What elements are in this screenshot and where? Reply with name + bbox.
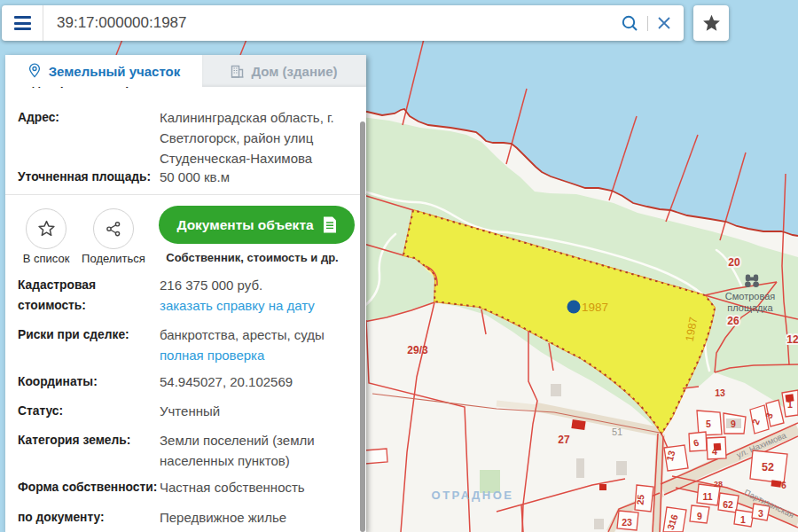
map-label: 9 [697, 511, 702, 521]
star-icon [702, 14, 721, 32]
ownership-row: Форма собственности: Частная собственнос… [5, 477, 366, 497]
panel-scrollbar[interactable] [360, 121, 365, 532]
area-value: 50 000 кв.м [160, 167, 354, 187]
map-label: 4 [712, 446, 717, 457]
map-label: 1 [787, 399, 793, 410]
share-icon [106, 221, 121, 237]
search-icon[interactable] [622, 15, 638, 32]
map-label: площадка [727, 302, 773, 313]
map-label: 1 [740, 514, 746, 525]
map-label: 62 [723, 499, 733, 510]
add-to-list-button[interactable]: В список [12, 208, 80, 265]
map-label: 3 [758, 508, 763, 519]
cost-link[interactable]: заказать справку на дату [160, 295, 315, 316]
cost-row: Кадастровая стоимость: 216 375 000 руб. … [5, 275, 366, 316]
area-label: Уточненная площадь: [18, 167, 160, 187]
map-label: 23 [622, 517, 632, 528]
tab-house-label: Дом (здание) [251, 64, 337, 79]
by-document-value: Передвижное жилье [160, 507, 354, 528]
map-label: 6 [781, 480, 786, 490]
location-pin-icon [27, 63, 42, 79]
map-label: 1987 [582, 301, 608, 314]
clear-search-icon[interactable] [657, 16, 671, 30]
cost-value: 216 375 000 руб. [160, 275, 354, 295]
map-label: Смотровая [725, 291, 775, 301]
risks-row: Риски при сделке: банкротства, аресты, с… [5, 325, 366, 365]
share-button[interactable]: Поделиться [80, 208, 147, 265]
hamburger-icon [14, 16, 31, 30]
map-label: 11 [702, 491, 712, 502]
search-separator [647, 16, 648, 31]
add-to-list-label: В список [12, 252, 80, 265]
search-bar [2, 5, 684, 41]
documents-col: Документы объекта Собственник, стоимость… [147, 206, 357, 265]
address-label: Адрес: [18, 107, 160, 168]
favorites-button[interactable] [693, 5, 729, 41]
map-label: 26 [727, 315, 739, 327]
documents-caption: Собственник, стоимость и др. [147, 251, 357, 264]
parcel-info-panel: Земельный участок Дом (здание) Кадастров… [5, 55, 366, 532]
cost-label: Кадастровая стоимость: [18, 275, 160, 316]
map-label: 52 [762, 461, 774, 473]
coords-row: Координаты: 54.945027, 20.102569 [5, 372, 366, 392]
map-label: 25 [635, 494, 646, 505]
risks-label: Риски при сделке: [18, 325, 160, 365]
documents-button-label: Документы объекта [176, 217, 313, 233]
coords-label: Координаты: [18, 372, 160, 392]
address-row: Адрес: Калининградская область, г. Светл… [5, 107, 366, 168]
risks-link[interactable]: полная проверка [160, 345, 264, 365]
map-label: 20 [728, 256, 740, 269]
tab-land-label: Земельный участок [49, 64, 181, 79]
star-outline-icon [37, 220, 56, 238]
address-value: Калининградская область, г. Светлогорск,… [160, 107, 354, 168]
document-icon [323, 216, 337, 233]
panel-tabs: Земельный участок Дом (здание) [5, 55, 366, 87]
map-label: 28 [714, 480, 723, 489]
by-document-row: по документу: Передвижное жилье [5, 507, 366, 528]
area-row: Уточненная площадь: 50 000 кв.м [5, 167, 366, 187]
ownership-label: Форма собственности: [18, 477, 160, 497]
status-value: Учтенный [160, 401, 354, 421]
category-row: Категория земель: Земли поселений (земли… [5, 430, 366, 471]
map-label: 29/3 [407, 344, 428, 356]
building-icon [231, 65, 244, 78]
share-label: Поделиться [80, 252, 147, 265]
status-label: Статус: [18, 401, 160, 421]
risks-value: банкротства, аресты, суды [160, 325, 354, 345]
map-label: 12 [786, 333, 798, 346]
ownership-value: Частная собственность [160, 477, 354, 497]
map-label: 5 [706, 419, 711, 429]
by-document-label: по документу: [18, 507, 160, 528]
category-label: Категория земель: [18, 430, 160, 471]
map-label: 51 [612, 426, 622, 437]
category-value: Земли поселений (земли населенных пункто… [160, 430, 354, 471]
cadastral-map-app: 19871987202612Смотроваяплощадка29/327511… [0, 0, 798, 532]
map-label: 13 [715, 387, 725, 398]
object-documents-button[interactable]: Документы объекта [159, 206, 354, 244]
map-label: ОТРАДНОЕ [432, 489, 514, 502]
search-input[interactable] [43, 14, 622, 32]
actions-row: В список Поделиться Документы объекта [5, 195, 366, 265]
status-row: Статус: Учтенный [5, 401, 366, 421]
tab-house-building[interactable]: Дом (здание) [202, 55, 366, 87]
clipped-row: Кадастровый квартал: [5, 87, 366, 93]
map-label: 9 [731, 419, 736, 429]
menu-button[interactable] [2, 5, 43, 41]
panel-body: Кадастровый квартал: Адрес: Калининградс… [5, 87, 366, 532]
coords-value: 54.945027, 20.102569 [160, 372, 354, 392]
tab-land-parcel[interactable]: Земельный участок [5, 55, 202, 87]
map-label: 27 [558, 434, 570, 446]
parcel-marker[interactable] [567, 301, 581, 314]
